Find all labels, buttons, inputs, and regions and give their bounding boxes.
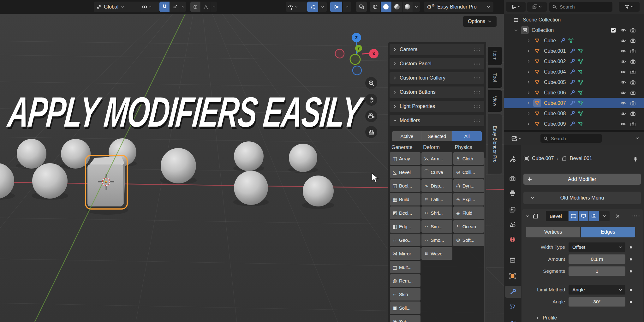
drag-handle[interactable] xyxy=(474,48,481,51)
npanel-section-light-properties[interactable]: Light Properties xyxy=(390,101,484,112)
npanel-section-custom-icon-gallery[interactable]: Custom Icon Gallery xyxy=(390,72,484,84)
animate-dot[interactable] xyxy=(630,289,632,291)
shading-rendered-button[interactable] xyxy=(402,2,413,12)
modifier-button-mirror[interactable]: ⋈Mirror xyxy=(390,247,420,260)
outliner-row-cube[interactable]: Cube xyxy=(504,35,644,46)
drag-handle[interactable] xyxy=(632,214,640,218)
properties-tab-render[interactable] xyxy=(504,172,521,184)
drag-handle[interactable] xyxy=(474,62,481,66)
camera-icon[interactable] xyxy=(630,59,636,64)
old-modifiers-menu-button[interactable]: Old Modifiers Menu xyxy=(523,192,641,204)
modifier-button-fluid[interactable]: ◈Fluid xyxy=(453,206,484,219)
pan-button[interactable] xyxy=(365,94,377,106)
chevron-right-icon[interactable] xyxy=(527,111,531,116)
outliner-row-cube-009[interactable]: Cube.009 xyxy=(504,119,644,129)
add-modifier-button[interactable]: Add Modifier xyxy=(523,174,641,185)
breadcrumb-object[interactable]: Cube.007 xyxy=(532,156,554,161)
transform-orientation-dropdown[interactable]: Global xyxy=(94,2,141,12)
camera-icon[interactable] xyxy=(630,100,636,106)
npanel-section-modifiers[interactable]: Modifiers xyxy=(390,115,484,126)
modifier-button-cloth[interactable]: ⊻Cloth xyxy=(453,152,484,165)
pin-icon[interactable] xyxy=(633,156,638,162)
chevron-down-icon[interactable] xyxy=(514,28,518,32)
outliner-row-cube-005[interactable]: Cube.005 xyxy=(504,77,644,87)
eye-icon[interactable] xyxy=(620,100,626,106)
properties-search-input[interactable] xyxy=(550,135,599,141)
outliner-row-cube-008[interactable]: Cube.008 xyxy=(504,108,644,119)
camera-icon[interactable] xyxy=(630,48,636,54)
gizmo-minus-x-ball[interactable] xyxy=(335,49,344,58)
modifier-button-edg[interactable]: ◧Edg... xyxy=(390,220,420,233)
modifier-button-dyn[interactable]: ⁂Dyn... xyxy=(453,179,484,192)
chevron-right-icon[interactable] xyxy=(527,39,531,43)
limit-method-dropdown[interactable]: Angle xyxy=(569,285,625,295)
header-collapse-chevron[interactable] xyxy=(635,136,640,140)
camera-view-button[interactable] xyxy=(365,110,377,122)
chevron-right-icon[interactable] xyxy=(527,59,531,63)
modifier-button-arm[interactable]: ⋋Arm... xyxy=(421,152,452,165)
outliner-search-input[interactable] xyxy=(559,4,610,10)
editor-type-dropdown[interactable] xyxy=(506,134,527,143)
segments-slider[interactable]: 1 xyxy=(569,266,625,276)
drag-handle[interactable] xyxy=(474,76,481,80)
modifier-button-expl[interactable]: ✳Expl... xyxy=(453,193,484,206)
chevron-right-icon[interactable] xyxy=(527,70,531,74)
gizmo-toggle[interactable] xyxy=(307,2,318,12)
proportional-editing-toggle[interactable] xyxy=(190,2,200,12)
shading-dropdown[interactable] xyxy=(413,2,420,12)
eye-icon[interactable] xyxy=(620,27,626,33)
outliner-row-collection[interactable]: Collection xyxy=(504,25,644,35)
outliner-row-cube-007[interactable]: Cube.007 xyxy=(504,98,644,108)
render-toggle[interactable] xyxy=(589,211,599,221)
modifier-button-curve[interactable]: ⌒Curve xyxy=(421,166,452,178)
gizmo-minus-z-ball[interactable] xyxy=(353,66,361,75)
npanel-section-camera[interactable]: Camera xyxy=(390,44,484,55)
overlays-toggle[interactable] xyxy=(330,2,342,12)
properties-tab-world[interactable] xyxy=(504,233,521,245)
xray-toggle[interactable] xyxy=(356,2,367,12)
camera-icon[interactable] xyxy=(630,38,636,44)
eye-icon[interactable] xyxy=(620,69,626,75)
outliner-row-cube-004[interactable]: Cube.004 xyxy=(504,67,644,77)
editmode-toggle[interactable] xyxy=(569,211,578,221)
npanel-section-custom-panel[interactable]: Custom Panel xyxy=(390,58,484,69)
modifier-button-colli[interactable]: ⊛Colli... xyxy=(453,166,484,178)
eye-icon[interactable] xyxy=(620,80,626,85)
chevron-right-icon[interactable] xyxy=(527,49,531,53)
sidebar-tab-item[interactable]: Item xyxy=(488,47,502,65)
modifier-button-bevel[interactable]: ◺Bevel xyxy=(390,166,420,178)
npanel-section-custom-buttons[interactable]: Custom Buttons xyxy=(390,86,484,98)
shading-wireframe-button[interactable] xyxy=(370,2,380,12)
modifier-button-array[interactable]: ◫Array xyxy=(390,152,420,165)
shading-material-button[interactable] xyxy=(392,2,402,12)
modifier-button-sim[interactable]: ⌣Sim... xyxy=(421,220,452,233)
eye-icon[interactable] xyxy=(620,38,626,44)
outliner-row-cube-002[interactable]: Cube.002 xyxy=(504,56,644,67)
snap-with-button[interactable] xyxy=(170,2,180,12)
eye-icon[interactable] xyxy=(620,48,626,54)
eye-icon[interactable] xyxy=(620,59,626,64)
drag-handle[interactable] xyxy=(474,119,481,122)
gizmo-minus-y-ball[interactable] xyxy=(350,54,360,64)
sidebar-tab-easy-blender-pro[interactable]: Easy Blender Pro xyxy=(488,114,502,174)
modifier-button-ocean[interactable]: ≈Ocean xyxy=(453,220,484,233)
snap-dropdown[interactable] xyxy=(180,2,186,12)
animate-dot[interactable] xyxy=(630,246,632,248)
camera-icon[interactable] xyxy=(630,121,636,127)
modifier-button-rem[interactable]: ◍Rem... xyxy=(390,274,420,287)
filter-tab-selected[interactable]: Selected xyxy=(422,131,452,141)
display-mode-dropdown[interactable] xyxy=(506,2,526,12)
properties-tab-particles[interactable] xyxy=(504,301,521,313)
snap-target-dropdown[interactable] xyxy=(140,2,159,12)
nav-gizmo[interactable]: Y Z X xyxy=(331,30,382,77)
sidebar-tab-view[interactable]: View xyxy=(488,90,502,112)
modifier-button-latti[interactable]: ⌗Latti... xyxy=(421,193,452,206)
affect-vertices[interactable]: Vertices xyxy=(526,227,580,237)
falloff-dropdown[interactable] xyxy=(211,2,217,12)
modifier-button-sub[interactable]: ◉Sub... xyxy=(390,315,420,322)
snap-toggle-button[interactable] xyxy=(159,2,170,12)
properties-tab-output[interactable] xyxy=(504,187,521,199)
modifier-name-field[interactable]: Bevel xyxy=(546,211,568,221)
falloff-button[interactable] xyxy=(201,2,211,12)
properties-tab-physics[interactable] xyxy=(504,316,521,322)
